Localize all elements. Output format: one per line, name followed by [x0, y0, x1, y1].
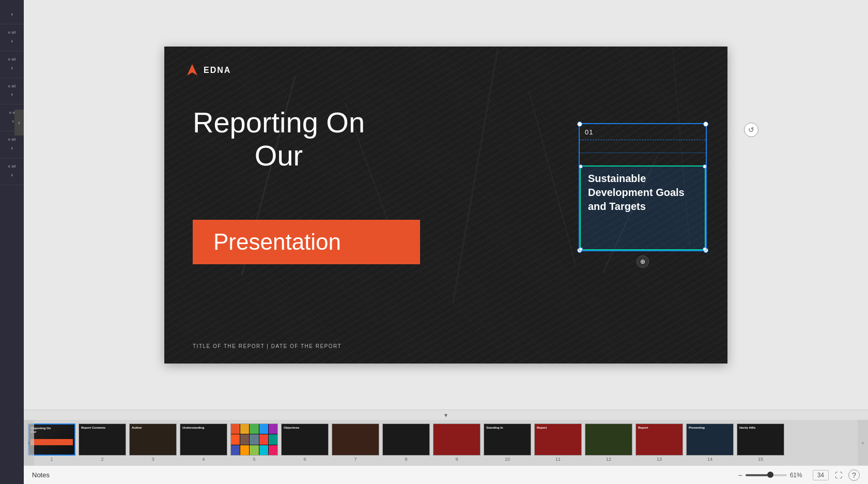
sidebar-item-3[interactable]: e all › [0, 54, 24, 74]
slide-thumb-13[interactable]: Report [636, 424, 683, 456]
sidebar-section-7: e all › [0, 158, 24, 185]
sidebar-label-4: e all [7, 83, 17, 90]
sidebar-item-7[interactable]: e all › [0, 161, 24, 182]
scroll-right-icon: › [862, 440, 863, 446]
sidebar: › e all › e all › e all › ‹ e all › e al… [0, 0, 24, 484]
rotate-icon: ↺ [748, 126, 754, 134]
sidebar-section-3: e all › [0, 51, 24, 78]
selected-text-content[interactable]: Sustainable Development Goals and Target… [588, 173, 685, 212]
slide-thumb-10[interactable]: Standing In [484, 424, 531, 456]
thumb-container-11: Report 11 [534, 424, 582, 462]
help-button[interactable]: ? [848, 470, 860, 481]
inner-handle-tl[interactable] [579, 164, 583, 169]
thumb-container-8: 8 [382, 424, 430, 462]
filmstrip-scroll-left[interactable]: ‹ [24, 420, 34, 465]
slide-thumb-15[interactable]: Hardy Hills [737, 424, 784, 456]
logo-icon [185, 63, 199, 78]
slide-thumb-9[interactable] [433, 424, 481, 456]
slide-thumb-14[interactable]: Presenting [686, 424, 734, 456]
handle-top-left[interactable] [577, 122, 582, 127]
thumb-title-4: Understanding [182, 426, 204, 430]
scroll-left-icon: ‹ [28, 440, 29, 446]
sidebar-item-2[interactable]: e all › [0, 27, 24, 48]
logo-text: EDNA [204, 66, 231, 75]
slide-thumb-5[interactable] [230, 424, 278, 456]
slide-count-display[interactable]: 34 [813, 470, 829, 480]
zoom-minus-btn[interactable]: − [738, 471, 742, 479]
thumb-title-14: Presenting [689, 426, 705, 430]
slide-thumb-11[interactable]: Report [534, 424, 582, 456]
chevron-right-icon-3: › [9, 63, 14, 72]
slide-thumb-6[interactable]: Objectives [281, 424, 329, 456]
thumb-num-14: 14 [707, 457, 712, 462]
thumb-container-9: 9 [433, 424, 481, 462]
collapse-icon: ‹ [18, 120, 20, 126]
slide-thumb-12[interactable] [585, 424, 632, 456]
rotate-handle[interactable]: ↺ [744, 123, 758, 137]
inner-handle-tr[interactable] [703, 164, 707, 169]
thumb-num-9: 9 [455, 457, 458, 462]
slide-title-line1: Reporting On [193, 106, 365, 139]
main-content: EDNA Reporting On Our Presentation TITLE… [24, 0, 868, 484]
filmstrip-scroll-right[interactable]: › [858, 420, 868, 465]
thumb-num-8: 8 [405, 457, 407, 462]
thumb-title-2: Report Contents [81, 426, 105, 430]
selected-textbox[interactable]: 01 Sustainable Development Goals and Tar… [579, 123, 707, 251]
sidebar-collapse-btn[interactable]: ‹ [14, 110, 24, 135]
slide-banner: Presentation [193, 220, 420, 264]
thumb-num-2: 2 [101, 457, 103, 462]
chevron-right-icon: › [9, 9, 14, 19]
thumb-container-1: Reporting OnOur 1 [28, 424, 75, 462]
slide-banner-text: Presentation [213, 229, 341, 254]
thumb-num-13: 13 [657, 457, 662, 462]
slide-canvas[interactable]: EDNA Reporting On Our Presentation TITLE… [164, 47, 727, 364]
thumb-num-5: 5 [253, 457, 255, 462]
sidebar-label-7: e all [7, 163, 17, 170]
sidebar-item-4[interactable]: e all › [0, 81, 24, 101]
sidebar-section-2: e all › [0, 24, 24, 51]
thumb-grid-5 [231, 424, 277, 455]
zoom-slider-track[interactable] [746, 474, 787, 476]
inner-textbox[interactable]: Sustainable Development Goals and Target… [580, 165, 706, 250]
filmstrip-toggle-btn[interactable]: ▾ [24, 410, 868, 420]
handle-top-right[interactable] [703, 122, 708, 127]
slide-main-title: Reporting On Our [193, 106, 365, 173]
thumb-num-4: 4 [202, 457, 205, 462]
chevron-right-icon-7: › [9, 170, 14, 179]
thumb-container-4: Understanding 4 [180, 424, 227, 462]
link-handle[interactable]: ⊕ [637, 255, 649, 268]
slide-thumb-1[interactable]: Reporting OnOur [28, 424, 75, 456]
zoom-slider-fill [746, 474, 771, 476]
thumb-num-15: 15 [758, 457, 763, 462]
thumb-container-2: Report Contents 2 [79, 424, 126, 462]
sidebar-section-4: e all › [0, 78, 24, 105]
sidebar-item-6[interactable]: e all › [0, 134, 24, 155]
chevron-down-icon: ▾ [444, 412, 447, 419]
slide-thumb-7[interactable] [332, 424, 379, 456]
slide-logo: EDNA [185, 63, 231, 78]
thumb-title-10: Standing In [486, 426, 503, 430]
slide-title-line2: Our [193, 139, 365, 172]
filmstrip: Reporting OnOur 1 Report Contents 2 [24, 421, 868, 464]
slide-canvas-area[interactable]: EDNA Reporting On Our Presentation TITLE… [24, 0, 868, 410]
slide-thumb-2[interactable]: Report Contents [79, 424, 126, 456]
thumb-container-7: 7 [332, 424, 379, 462]
zoom-slider-thumb[interactable] [767, 472, 773, 478]
sidebar-label-6: e all [7, 137, 17, 143]
slide-thumb-4[interactable]: Understanding [180, 424, 227, 456]
help-icon: ? [852, 471, 856, 479]
chevron-right-icon-2: › [9, 36, 14, 46]
box-number: 01 [585, 128, 593, 136]
slide-thumb-8[interactable] [382, 424, 430, 456]
inner-handle-br[interactable] [703, 247, 707, 251]
zoom-percent-label: 61% [790, 472, 807, 479]
sidebar-section-5: ‹ e all › [0, 104, 24, 131]
fullscreen-button[interactable]: ⛶ [835, 471, 842, 479]
thumb-container-3: Author 3 [129, 424, 177, 462]
sidebar-section-1: › [0, 4, 24, 24]
inner-handle-bl[interactable] [579, 247, 583, 251]
slide-thumb-3[interactable]: Author [129, 424, 177, 456]
thumb-num-3: 3 [151, 457, 154, 462]
status-right-controls: − 61% 34 ⛶ ? [738, 470, 860, 481]
sidebar-item-1[interactable]: › [0, 7, 24, 21]
